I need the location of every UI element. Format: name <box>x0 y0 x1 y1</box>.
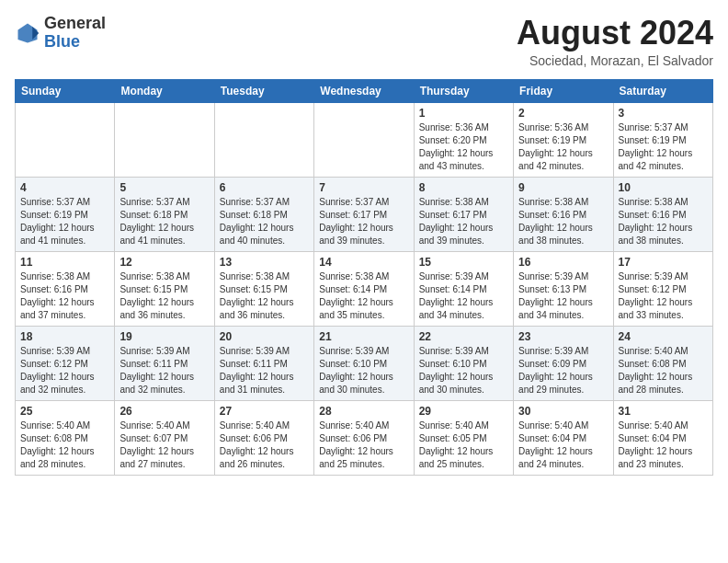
day-info: Sunrise: 5:37 AM Sunset: 6:19 PM Dayligh… <box>619 121 708 173</box>
weekday-header-saturday: Saturday <box>613 79 712 102</box>
calendar-cell: 25Sunrise: 5:40 AM Sunset: 6:08 PM Dayli… <box>16 400 115 475</box>
day-number: 16 <box>518 256 608 269</box>
calendar-cell: 29Sunrise: 5:40 AM Sunset: 6:05 PM Dayli… <box>414 400 513 475</box>
day-info: Sunrise: 5:39 AM Sunset: 6:09 PM Dayligh… <box>518 345 608 396</box>
day-number: 3 <box>619 107 708 120</box>
calendar-week-3: 11Sunrise: 5:38 AM Sunset: 6:16 PM Dayli… <box>16 251 713 326</box>
calendar-cell: 19Sunrise: 5:39 AM Sunset: 6:11 PM Dayli… <box>115 326 214 400</box>
weekday-header-thursday: Thursday <box>414 79 513 102</box>
day-number: 5 <box>119 181 209 194</box>
calendar-cell: 9Sunrise: 5:38 AM Sunset: 6:16 PM Daylig… <box>514 177 613 251</box>
calendar-table: SundayMondayTuesdayWednesdayThursdayFrid… <box>15 79 713 476</box>
calendar-week-5: 25Sunrise: 5:40 AM Sunset: 6:08 PM Dayli… <box>16 400 713 475</box>
day-info: Sunrise: 5:38 AM Sunset: 6:15 PM Dayligh… <box>119 270 209 322</box>
day-number: 11 <box>20 256 109 269</box>
calendar-cell: 11Sunrise: 5:38 AM Sunset: 6:16 PM Dayli… <box>16 251 115 326</box>
day-number: 7 <box>319 181 408 194</box>
calendar-cell: 10Sunrise: 5:38 AM Sunset: 6:16 PM Dayli… <box>613 177 712 251</box>
day-info: Sunrise: 5:40 AM Sunset: 6:04 PM Dayligh… <box>518 419 608 471</box>
calendar-cell: 6Sunrise: 5:37 AM Sunset: 6:18 PM Daylig… <box>214 177 313 251</box>
day-info: Sunrise: 5:37 AM Sunset: 6:18 PM Dayligh… <box>119 196 209 247</box>
day-number: 18 <box>20 330 109 343</box>
weekday-header-wednesday: Wednesday <box>314 79 414 102</box>
day-number: 13 <box>220 256 309 269</box>
day-info: Sunrise: 5:39 AM Sunset: 6:11 PM Dayligh… <box>220 345 309 396</box>
day-info: Sunrise: 5:36 AM Sunset: 6:19 PM Dayligh… <box>518 121 608 173</box>
calendar-cell <box>214 102 313 177</box>
day-number: 21 <box>319 330 408 343</box>
logo-icon <box>15 20 40 46</box>
day-info: Sunrise: 5:38 AM Sunset: 6:16 PM Dayligh… <box>518 196 608 247</box>
day-info: Sunrise: 5:38 AM Sunset: 6:16 PM Dayligh… <box>20 270 109 322</box>
calendar-cell: 28Sunrise: 5:40 AM Sunset: 6:06 PM Dayli… <box>314 400 414 475</box>
weekday-header-monday: Monday <box>115 79 214 102</box>
calendar-week-1: 1Sunrise: 5:36 AM Sunset: 6:20 PM Daylig… <box>16 102 713 177</box>
location: Sociedad, Morazan, El Salvador <box>517 53 713 68</box>
calendar-cell: 1Sunrise: 5:36 AM Sunset: 6:20 PM Daylig… <box>414 102 513 177</box>
calendar-cell <box>115 102 214 177</box>
day-info: Sunrise: 5:37 AM Sunset: 6:18 PM Dayligh… <box>220 196 309 247</box>
day-info: Sunrise: 5:39 AM Sunset: 6:12 PM Dayligh… <box>20 345 109 396</box>
day-number: 9 <box>518 181 608 194</box>
day-number: 30 <box>518 405 608 418</box>
day-info: Sunrise: 5:40 AM Sunset: 6:06 PM Dayligh… <box>319 419 408 471</box>
weekday-header-sunday: Sunday <box>16 79 115 102</box>
calendar-header-row: SundayMondayTuesdayWednesdayThursdayFrid… <box>16 79 713 102</box>
day-number: 27 <box>220 405 309 418</box>
day-number: 8 <box>419 181 508 194</box>
day-number: 15 <box>419 256 508 269</box>
calendar-cell: 24Sunrise: 5:40 AM Sunset: 6:08 PM Dayli… <box>613 326 712 400</box>
day-info: Sunrise: 5:39 AM Sunset: 6:11 PM Dayligh… <box>119 345 209 396</box>
day-number: 25 <box>20 405 109 418</box>
day-number: 26 <box>119 405 209 418</box>
calendar-cell: 8Sunrise: 5:38 AM Sunset: 6:17 PM Daylig… <box>414 177 513 251</box>
calendar-cell: 22Sunrise: 5:39 AM Sunset: 6:10 PM Dayli… <box>414 326 513 400</box>
calendar-cell: 18Sunrise: 5:39 AM Sunset: 6:12 PM Dayli… <box>16 326 115 400</box>
calendar-cell: 20Sunrise: 5:39 AM Sunset: 6:11 PM Dayli… <box>214 326 313 400</box>
calendar-cell: 30Sunrise: 5:40 AM Sunset: 6:04 PM Dayli… <box>514 400 613 475</box>
day-info: Sunrise: 5:39 AM Sunset: 6:10 PM Dayligh… <box>319 345 408 396</box>
day-number: 17 <box>619 256 708 269</box>
day-number: 20 <box>220 330 309 343</box>
day-number: 24 <box>619 330 708 343</box>
calendar-week-4: 18Sunrise: 5:39 AM Sunset: 6:12 PM Dayli… <box>16 326 713 400</box>
logo-text: General Blue <box>44 15 106 52</box>
calendar-cell: 31Sunrise: 5:40 AM Sunset: 6:04 PM Dayli… <box>613 400 712 475</box>
day-number: 6 <box>220 181 309 194</box>
calendar-cell: 14Sunrise: 5:38 AM Sunset: 6:14 PM Dayli… <box>314 251 414 326</box>
day-info: Sunrise: 5:37 AM Sunset: 6:17 PM Dayligh… <box>319 196 408 247</box>
day-number: 14 <box>319 256 408 269</box>
calendar-cell: 27Sunrise: 5:40 AM Sunset: 6:06 PM Dayli… <box>214 400 313 475</box>
calendar-cell: 15Sunrise: 5:39 AM Sunset: 6:14 PM Dayli… <box>414 251 513 326</box>
day-number: 23 <box>518 330 608 343</box>
day-number: 10 <box>619 181 708 194</box>
page-header: General Blue August 2024 Sociedad, Moraz… <box>15 15 713 68</box>
day-number: 2 <box>518 107 608 120</box>
calendar-cell: 21Sunrise: 5:39 AM Sunset: 6:10 PM Dayli… <box>314 326 414 400</box>
day-number: 29 <box>419 405 508 418</box>
day-info: Sunrise: 5:39 AM Sunset: 6:10 PM Dayligh… <box>419 345 508 396</box>
weekday-header-friday: Friday <box>514 79 613 102</box>
month-year: August 2024 <box>517 15 713 52</box>
calendar-cell: 5Sunrise: 5:37 AM Sunset: 6:18 PM Daylig… <box>115 177 214 251</box>
day-info: Sunrise: 5:40 AM Sunset: 6:04 PM Dayligh… <box>619 419 708 471</box>
day-info: Sunrise: 5:39 AM Sunset: 6:14 PM Dayligh… <box>419 270 508 322</box>
calendar-cell: 3Sunrise: 5:37 AM Sunset: 6:19 PM Daylig… <box>613 102 712 177</box>
day-info: Sunrise: 5:36 AM Sunset: 6:20 PM Dayligh… <box>419 121 508 173</box>
day-number: 31 <box>619 405 708 418</box>
day-number: 19 <box>119 330 209 343</box>
calendar-week-2: 4Sunrise: 5:37 AM Sunset: 6:19 PM Daylig… <box>16 177 713 251</box>
day-number: 28 <box>319 405 408 418</box>
calendar-cell: 7Sunrise: 5:37 AM Sunset: 6:17 PM Daylig… <box>314 177 414 251</box>
day-info: Sunrise: 5:39 AM Sunset: 6:12 PM Dayligh… <box>619 270 708 322</box>
day-info: Sunrise: 5:40 AM Sunset: 6:06 PM Dayligh… <box>220 419 309 471</box>
day-info: Sunrise: 5:38 AM Sunset: 6:15 PM Dayligh… <box>220 270 309 322</box>
calendar-cell: 17Sunrise: 5:39 AM Sunset: 6:12 PM Dayli… <box>613 251 712 326</box>
calendar-cell: 16Sunrise: 5:39 AM Sunset: 6:13 PM Dayli… <box>514 251 613 326</box>
day-number: 12 <box>119 256 209 269</box>
day-info: Sunrise: 5:40 AM Sunset: 6:05 PM Dayligh… <box>419 419 508 471</box>
calendar-cell: 12Sunrise: 5:38 AM Sunset: 6:15 PM Dayli… <box>115 251 214 326</box>
weekday-header-tuesday: Tuesday <box>214 79 313 102</box>
title-section: August 2024 Sociedad, Morazan, El Salvad… <box>517 15 713 68</box>
day-number: 1 <box>419 107 508 120</box>
